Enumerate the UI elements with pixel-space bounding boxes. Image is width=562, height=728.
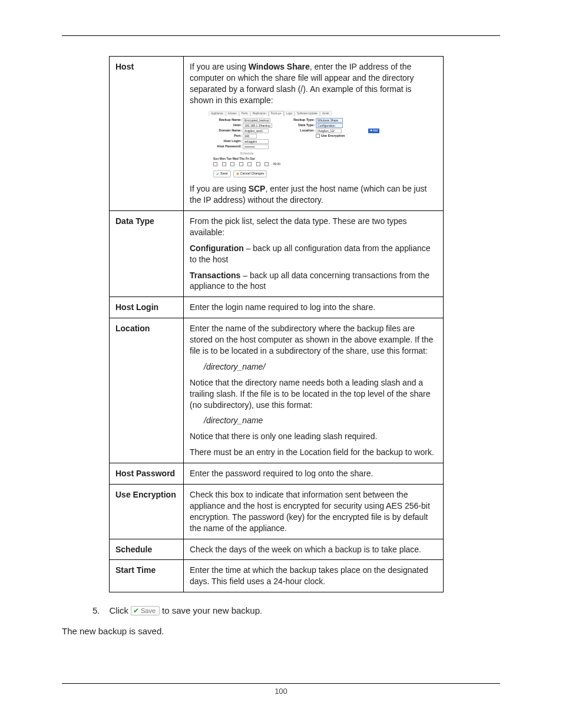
mini-tabs: Appliance Access Ports Replication Backu…	[209, 111, 381, 116]
mini-save: ✔Save	[213, 170, 231, 177]
host-login-desc: Enter the login name required to log int…	[184, 297, 444, 318]
data-type-label: Data Type	[110, 210, 184, 297]
mini-cancel: ✖Cancel Changes	[233, 170, 267, 177]
host-p1: If you are using Windows Share, enter th…	[190, 61, 437, 106]
final-para: The new backup is saved.	[62, 626, 500, 636]
table-row: Host Login Enter the login name required…	[110, 297, 444, 318]
host-label: Host	[110, 57, 184, 211]
table-row: Host Password Enter the password require…	[110, 463, 444, 485]
page-number: 100	[0, 687, 562, 696]
day-checkbox	[213, 162, 217, 166]
host-login-label: Host Login	[110, 297, 184, 318]
table-row: Data Type From the pick list, select the…	[110, 210, 444, 297]
step-number: 5.	[92, 605, 100, 615]
start-time-label: Start Time	[110, 560, 184, 592]
host-password-label: Host Password	[110, 463, 184, 485]
host-password-desc: Enter the password required to log onto …	[184, 463, 444, 485]
backup-form-screenshot: Appliance Access Ports Replication Backu…	[213, 111, 381, 178]
host-desc: If you are using Windows Share, enter th…	[184, 57, 444, 211]
save-button-inline: ✔ Save	[131, 606, 160, 615]
location-desc: Enter the name of the subdirectory where…	[184, 318, 444, 463]
use-encryption-label: Use Encryption	[110, 484, 184, 539]
check-icon: ✔	[133, 607, 139, 614]
table-row: Location Enter the name of the subdirect…	[110, 318, 444, 463]
location-label: Location	[110, 318, 184, 463]
use-encryption-desc: Check this box to indicate that informat…	[184, 484, 444, 539]
header-rule	[62, 35, 500, 36]
field-description-table: Host If you are using Windows Share, ent…	[109, 56, 444, 592]
table-row: Use Encryption Check this box to indicat…	[110, 484, 444, 539]
host-p2: If you are using SCP, enter just the hos…	[190, 183, 437, 206]
table-row: Start Time Enter the time at which the b…	[110, 560, 444, 592]
data-type-desc: From the pick list, select the data type…	[184, 210, 444, 297]
mini-right: Backup Type:Windows Share Data Type:Conf…	[292, 118, 379, 138]
footer-rule	[62, 683, 500, 684]
schedule-desc: Check the days of the week on which a ba…	[184, 539, 444, 560]
start-time-desc: Enter the time at which the backup takes…	[184, 560, 444, 592]
main-content: Host If you are using Windows Share, ent…	[62, 56, 500, 636]
table-row: Host If you are using Windows Share, ent…	[110, 57, 444, 211]
mini-left: Backup Name:Encrypted_backup Host:192.16…	[213, 118, 280, 177]
table-row: Schedule Check the days of the week on w…	[110, 539, 444, 560]
schedule-label: Schedule	[110, 539, 184, 560]
step-5: 5. Click ✔ Save to save your new backup.	[92, 605, 500, 615]
